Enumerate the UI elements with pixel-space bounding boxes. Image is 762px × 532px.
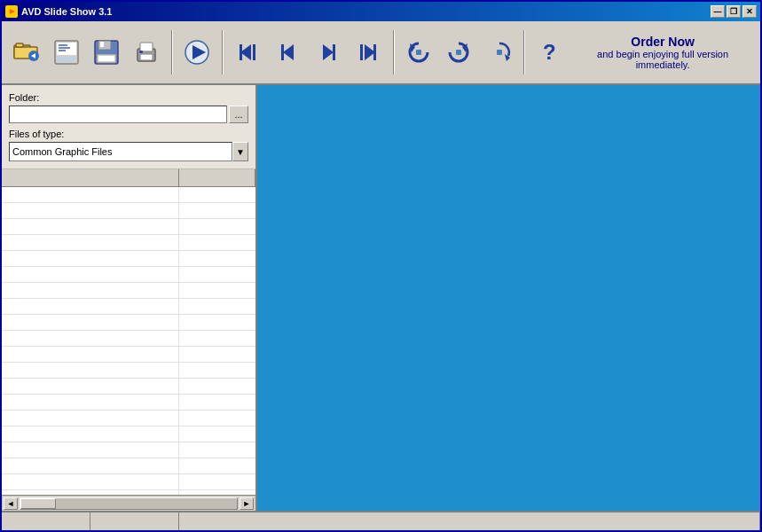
save-list-icon xyxy=(52,38,81,66)
svg-rect-25 xyxy=(253,44,255,60)
next-end-button[interactable] xyxy=(349,26,387,79)
open-icon xyxy=(12,38,41,66)
play-button[interactable] xyxy=(178,26,216,79)
svg-rect-30 xyxy=(333,44,335,60)
svg-marker-27 xyxy=(283,44,294,60)
save-list-button[interactable] xyxy=(47,26,85,79)
files-type-row: Common Graphic Files All Files (*.*) BMP… xyxy=(9,142,248,161)
file-list xyxy=(2,169,255,495)
files-type-label: Files of type: xyxy=(9,129,248,139)
left-panel: Folder: ... Files of type: Common Graphi… xyxy=(2,85,257,511)
file-row[interactable] xyxy=(2,331,255,347)
file-list-header xyxy=(2,169,255,187)
file-row[interactable] xyxy=(2,251,255,267)
status-bar xyxy=(2,511,760,530)
file-row[interactable] xyxy=(2,187,255,203)
folder-label: Folder: xyxy=(9,92,248,103)
svg-rect-17 xyxy=(98,56,114,61)
svg-rect-35 xyxy=(416,50,421,55)
title-bar: AVD Slide Show 3.1 — ❐ ✕ xyxy=(2,2,760,21)
toolbar-separator-1 xyxy=(171,30,173,74)
file-row[interactable] xyxy=(2,442,255,458)
svg-rect-26 xyxy=(240,44,242,60)
scroll-left-button[interactable]: ◄ xyxy=(4,497,18,510)
svg-rect-37 xyxy=(456,50,461,55)
order-now-subtitle: and begin enjoying full version immediat… xyxy=(579,49,746,70)
file-row[interactable] xyxy=(2,458,255,474)
app-window: AVD Slide Show 3.1 — ❐ ✕ xyxy=(0,0,762,532)
horizontal-scrollbar: ◄ ► xyxy=(2,495,255,511)
prev-icon xyxy=(274,38,302,66)
save-button[interactable] xyxy=(87,26,125,79)
file-row[interactable] xyxy=(2,299,255,315)
toolbar: ? Order Now and begin enjoying full vers… xyxy=(2,21,760,85)
file-row[interactable] xyxy=(2,411,255,426)
scroll-right-button[interactable]: ► xyxy=(240,497,254,510)
print-button[interactable] xyxy=(128,26,166,79)
restore-button[interactable]: ❐ xyxy=(727,5,741,18)
file-row[interactable] xyxy=(2,203,255,219)
col-header-size xyxy=(179,169,255,187)
toolbar-separator-3 xyxy=(393,30,395,74)
file-list-rows xyxy=(2,187,255,495)
open-button[interactable] xyxy=(7,26,45,79)
flip-icon xyxy=(485,38,514,66)
minimize-button[interactable]: — xyxy=(711,5,725,18)
svg-rect-8 xyxy=(57,43,76,55)
file-row[interactable] xyxy=(2,347,255,363)
file-row[interactable] xyxy=(2,267,255,283)
file-row[interactable] xyxy=(2,283,255,299)
svg-rect-32 xyxy=(360,44,363,60)
scroll-thumb[interactable] xyxy=(20,498,56,509)
next-end-icon xyxy=(354,38,382,66)
files-type-select[interactable]: Common Graphic Files All Files (*.*) BMP… xyxy=(9,142,232,161)
file-row[interactable] xyxy=(2,426,255,442)
preview-panel xyxy=(257,85,760,511)
svg-rect-39 xyxy=(497,50,502,55)
next-icon xyxy=(314,38,342,66)
help-button[interactable]: ? xyxy=(530,26,569,79)
svg-rect-19 xyxy=(140,54,153,60)
file-row[interactable] xyxy=(2,235,255,251)
close-button[interactable]: ✕ xyxy=(742,5,757,18)
app-icon xyxy=(5,5,18,18)
svg-rect-33 xyxy=(373,44,376,60)
col-header-name xyxy=(2,169,179,187)
next-button[interactable] xyxy=(309,26,347,79)
select-arrow-icon[interactable]: ▼ xyxy=(232,142,248,161)
svg-rect-28 xyxy=(281,44,284,60)
file-row[interactable] xyxy=(2,379,255,395)
save-icon xyxy=(92,38,121,66)
scroll-track[interactable] xyxy=(20,497,238,510)
prev-start-icon xyxy=(233,38,262,66)
svg-marker-29 xyxy=(323,44,334,60)
file-row[interactable] xyxy=(2,363,255,379)
rotate-ccw-icon xyxy=(405,38,433,66)
flip-button[interactable] xyxy=(480,26,518,79)
svg-rect-4 xyxy=(16,43,23,47)
folder-input[interactable] xyxy=(9,106,227,123)
order-now-title: Order Now xyxy=(579,35,746,49)
toolbar-separator-2 xyxy=(222,30,224,74)
title-bar-left: AVD Slide Show 3.1 xyxy=(5,5,113,18)
print-icon xyxy=(132,38,161,66)
play-icon xyxy=(183,38,211,66)
help-icon: ? xyxy=(536,38,564,66)
main-content: Folder: ... Files of type: Common Graphi… xyxy=(2,85,760,511)
prev-button[interactable] xyxy=(269,26,307,79)
file-row[interactable] xyxy=(2,315,255,331)
status-segment-2 xyxy=(90,512,179,530)
rotate-cw-icon xyxy=(444,38,473,66)
rotate-ccw-button[interactable] xyxy=(400,26,438,79)
file-row[interactable] xyxy=(2,219,255,235)
file-row[interactable] xyxy=(2,474,255,490)
rotate-cw-button[interactable] xyxy=(440,26,478,79)
prev-start-button[interactable] xyxy=(229,26,267,79)
browse-button[interactable]: ... xyxy=(229,106,248,123)
file-row[interactable] xyxy=(2,395,255,411)
svg-rect-20 xyxy=(140,43,153,51)
svg-rect-9 xyxy=(57,57,76,62)
svg-rect-21 xyxy=(139,51,143,53)
window-title: AVD Slide Show 3.1 xyxy=(21,6,113,17)
svg-rect-15 xyxy=(100,42,104,47)
